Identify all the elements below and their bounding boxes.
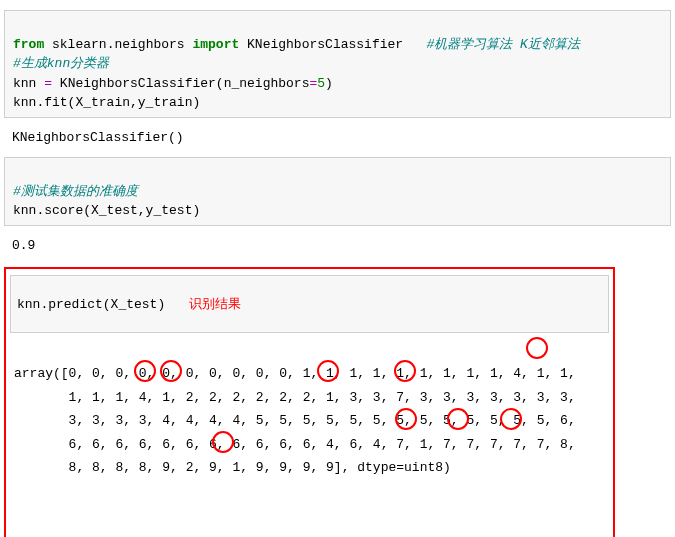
predict-label: 识别结果 xyxy=(189,296,241,311)
circle-annot xyxy=(526,337,548,359)
code-cell-1: from sklearn.neighbors import KNeighbors… xyxy=(4,10,671,118)
op-eq: = xyxy=(44,76,52,91)
ctor-close: ) xyxy=(325,76,333,91)
fit-call: knn.fit(X_train,y_train) xyxy=(13,95,200,110)
predict-cell: knn.predict(X_test) 识别结果 xyxy=(10,275,609,333)
code-cell-2: #测试集数据的准确度 knn.score(X_test,y_test) xyxy=(4,157,671,226)
predict-row2: 1, 1, 1, 4, 1, 2, 2, 2, 2, 2, 2, 1, 3, 3… xyxy=(14,390,576,405)
predict-row4: 6, 6, 6, 6, 6, 6, 6, 6, 6, 6, 6, 4, 6, 4… xyxy=(14,437,576,452)
ctor-call: KNeighborsClassifier(n_neighbors xyxy=(52,76,309,91)
mod-name: sklearn.neighbors xyxy=(44,37,192,52)
num-5: 5 xyxy=(317,76,325,91)
assign-lhs: knn xyxy=(13,76,44,91)
predict-call: knn.predict(X_test) xyxy=(17,297,165,312)
predict-row1: array([0, 0, 0, 0, 0, 0, 0, 0, 0, 0, 1, … xyxy=(14,366,576,381)
cls-name: KNeighborsClassifier xyxy=(239,37,426,52)
predict-row3: 3, 3, 3, 3, 4, 4, 4, 4, 5, 5, 5, 5, 5, 5… xyxy=(14,413,576,428)
kw-import: import xyxy=(192,37,239,52)
comment-1: #机器学习算法 K近邻算法 xyxy=(427,37,580,52)
output-2: 0.9 xyxy=(4,232,671,260)
comment-3: #测试集数据的准确度 xyxy=(13,184,138,199)
predict-array: array([0, 0, 0, 0, 0, 0, 0, 0, 0, 0, 1, … xyxy=(10,337,609,537)
comment-2: #生成knn分类器 xyxy=(13,56,109,71)
output-1: KNeighborsClassifier() xyxy=(4,124,671,152)
score-call: knn.score(X_test,y_test) xyxy=(13,203,200,218)
comparison-box: knn.predict(X_test) 识别结果 array([0, 0, 0,… xyxy=(4,267,615,537)
kw-from: from xyxy=(13,37,44,52)
predict-row5: 8, 8, 8, 8, 9, 2, 9, 1, 9, 9, 9, 9], dty… xyxy=(14,460,451,475)
